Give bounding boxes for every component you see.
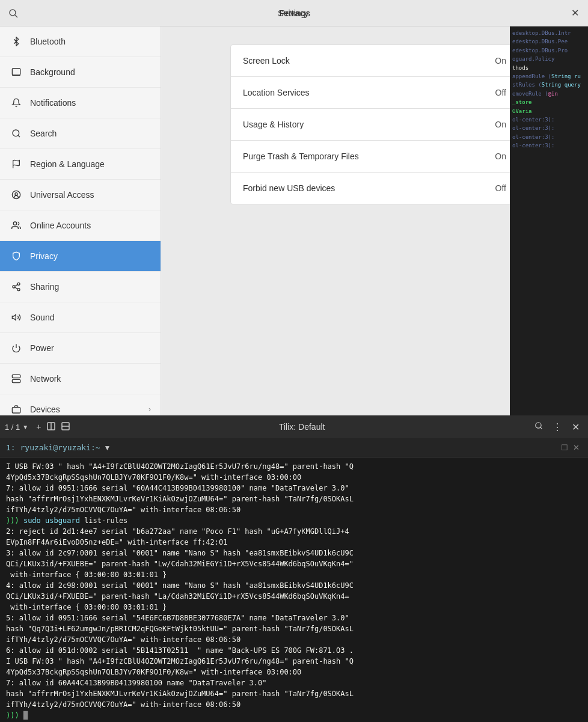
svg-rect-17 bbox=[12, 375, 20, 378]
terminal-close-button[interactable]: ✕ bbox=[568, 420, 583, 434]
terminal-close-pane-button[interactable]: ✕ bbox=[571, 442, 582, 453]
forbid-usb-label: Forbid new USB devices bbox=[243, 183, 495, 193]
terminal-prompt-label: 1: ryuzaki@ryuzaki:~ bbox=[6, 443, 100, 452]
sidebar-item-universal-access-label: Universal Access bbox=[30, 190, 94, 200]
sidebar-item-sharing[interactable]: Sharing bbox=[0, 272, 161, 302]
sidebar-item-region[interactable]: Region & Language bbox=[0, 149, 161, 180]
sidebar-item-sound[interactable]: Sound bbox=[0, 302, 161, 333]
svg-line-13 bbox=[15, 287, 18, 289]
sound-icon bbox=[10, 311, 23, 324]
search-button[interactable] bbox=[0, 0, 26, 26]
privacy-list: Screen Lock On Location Services Off Usa… bbox=[230, 44, 519, 204]
svg-point-11 bbox=[13, 286, 15, 288]
sidebar-item-search[interactable]: Search bbox=[0, 118, 161, 149]
location-services-label: Location Services bbox=[243, 88, 495, 97]
sidebar-item-bluetooth-label: Bluetooth bbox=[30, 37, 66, 46]
sidebar-item-region-label: Region & Language bbox=[30, 159, 105, 169]
screen-lock-label: Screen Lock bbox=[243, 56, 495, 66]
settings-window: Settings Privacy ✕ Bluetooth Background bbox=[0, 0, 588, 421]
terminal-promptbar: 1: ryuzaki@ryuzaki:~ ▼ ☐ ✕ bbox=[0, 438, 588, 457]
location-services-value: Off bbox=[495, 88, 506, 97]
titlebar-section-label: Privacy bbox=[279, 8, 308, 18]
bluetooth-icon bbox=[10, 35, 23, 48]
devices-chevron-icon: › bbox=[149, 405, 151, 414]
svg-marker-15 bbox=[12, 314, 16, 320]
log-panel-content: edesktop.DBus.Intr edesktop.DBus.Pee ede… bbox=[512, 29, 586, 150]
sidebar-item-background[interactable]: Background bbox=[0, 57, 161, 88]
terminal-actions: ⋮ ✕ bbox=[531, 420, 583, 434]
sharing-icon bbox=[10, 280, 23, 293]
sidebar-item-notifications-label: Notifications bbox=[30, 98, 76, 108]
svg-point-9 bbox=[13, 222, 16, 225]
svg-line-1 bbox=[15, 15, 17, 17]
terminal-add-tab-button[interactable]: + bbox=[33, 421, 44, 433]
terminal-tab-label: 1 / 1 bbox=[5, 423, 20, 432]
terminal-prompt-dropdown-icon[interactable]: ▼ bbox=[104, 444, 111, 452]
svg-line-5 bbox=[18, 135, 20, 137]
svg-point-4 bbox=[13, 130, 19, 136]
forbid-usb-value: Off bbox=[495, 183, 506, 193]
notifications-icon bbox=[10, 96, 23, 109]
terminal-titlebar: 1 / 1 ▼ + Tilix: Default ⋮ ✕ bbox=[0, 415, 588, 438]
sidebar-item-notifications[interactable]: Notifications bbox=[0, 88, 161, 118]
sidebar-item-universal-access[interactable]: Universal Access bbox=[0, 180, 161, 210]
terminal-search-button[interactable] bbox=[531, 420, 547, 433]
terminal-split-horizontal-button[interactable] bbox=[58, 421, 73, 433]
terminal-tab-dropdown-icon[interactable]: ▼ bbox=[22, 424, 28, 430]
svg-line-30 bbox=[541, 427, 542, 429]
svg-point-0 bbox=[10, 10, 16, 16]
sidebar-item-online-accounts-label: Online Accounts bbox=[30, 221, 91, 230]
terminal-tab-info: 1 / 1 ▼ bbox=[5, 423, 28, 432]
region-icon bbox=[10, 158, 23, 171]
terminal-content[interactable]: I USB FW:03 " hash "A4+I9fzCBlU4OZ0WT2MO… bbox=[0, 457, 588, 722]
sidebar-item-network[interactable]: Network bbox=[0, 364, 161, 394]
sidebar-item-sharing-label: Sharing bbox=[30, 282, 59, 292]
online-accounts-icon bbox=[10, 219, 23, 232]
sidebar-item-power-label: Power bbox=[30, 343, 54, 353]
privacy-row-usage-history[interactable]: Usage & History On bbox=[231, 109, 518, 141]
svg-point-12 bbox=[17, 289, 20, 291]
sidebar-item-background-label: Background bbox=[30, 67, 75, 77]
universal-access-icon bbox=[10, 188, 23, 201]
main-content: Bluetooth Background Notifications Searc… bbox=[0, 26, 588, 421]
terminal-title: Tilix: Default bbox=[73, 422, 531, 432]
titlebar: Settings Privacy ✕ bbox=[0, 0, 588, 26]
terminal-split-button[interactable] bbox=[44, 421, 58, 433]
right-log-panel: edesktop.DBus.Intr edesktop.DBus.Pee ede… bbox=[510, 26, 588, 421]
devices-icon bbox=[10, 403, 23, 416]
close-button[interactable]: ✕ bbox=[562, 0, 588, 26]
screen-lock-value: On bbox=[495, 56, 506, 66]
sidebar-item-network-label: Network bbox=[30, 374, 61, 384]
network-icon bbox=[10, 372, 23, 385]
purge-trash-label: Purge Trash & Temporary Files bbox=[243, 151, 495, 161]
privacy-row-location-services[interactable]: Location Services Off bbox=[231, 77, 518, 109]
usage-history-label: Usage & History bbox=[243, 120, 495, 129]
sidebar-item-search-label: Search bbox=[30, 129, 57, 138]
sidebar-item-power[interactable]: Power bbox=[0, 333, 161, 364]
svg-rect-21 bbox=[12, 408, 20, 413]
purge-trash-value: On bbox=[495, 151, 506, 161]
terminal-maximize-button[interactable]: ☐ bbox=[559, 442, 571, 453]
privacy-row-forbid-usb[interactable]: Forbid new USB devices Off bbox=[231, 173, 518, 204]
terminal-output: I USB FW:03 " hash "A4+I9fzCBlU4OZ0WT2MO… bbox=[6, 461, 582, 721]
svg-point-8 bbox=[15, 193, 17, 195]
terminal-menu-button[interactable]: ⋮ bbox=[549, 420, 566, 434]
privacy-row-purge-trash[interactable]: Purge Trash & Temporary Files On bbox=[231, 141, 518, 173]
sidebar-item-devices-label: Devices bbox=[30, 405, 60, 414]
sidebar-item-online-accounts[interactable]: Online Accounts bbox=[0, 210, 161, 241]
privacy-icon bbox=[10, 249, 23, 263]
search-icon bbox=[10, 127, 23, 140]
sidebar-item-bluetooth[interactable]: Bluetooth bbox=[0, 26, 161, 57]
sidebar-item-privacy[interactable]: Privacy bbox=[0, 241, 161, 272]
sidebar-item-privacy-label: Privacy bbox=[30, 251, 58, 261]
background-icon bbox=[10, 66, 23, 79]
sidebar: Bluetooth Background Notifications Searc… bbox=[0, 26, 161, 421]
svg-rect-2 bbox=[12, 69, 20, 75]
usage-history-value: On bbox=[495, 120, 506, 129]
svg-line-14 bbox=[15, 284, 18, 286]
power-icon bbox=[10, 341, 23, 355]
terminal-window: 1 / 1 ▼ + Tilix: Default ⋮ ✕ 1: ryuzaki@… bbox=[0, 415, 588, 722]
privacy-row-screen-lock[interactable]: Screen Lock On bbox=[231, 45, 518, 77]
sidebar-item-sound-label: Sound bbox=[30, 313, 54, 322]
svg-point-10 bbox=[17, 283, 20, 285]
